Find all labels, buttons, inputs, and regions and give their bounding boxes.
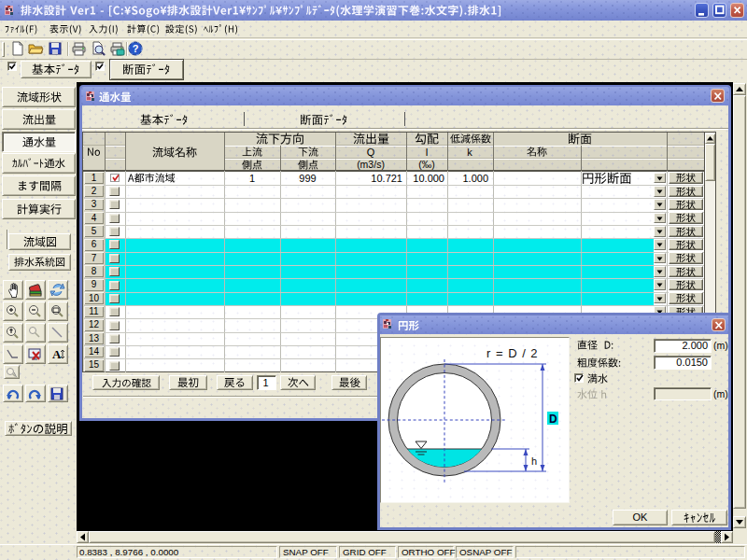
svg-text:r = D / 2: r = D / 2	[486, 346, 539, 360]
svg-text:D: D	[549, 413, 557, 426]
svg-text:A: A	[52, 347, 62, 361]
svg-text:?: ?	[133, 43, 139, 54]
svg-text:h: h	[531, 455, 537, 467]
